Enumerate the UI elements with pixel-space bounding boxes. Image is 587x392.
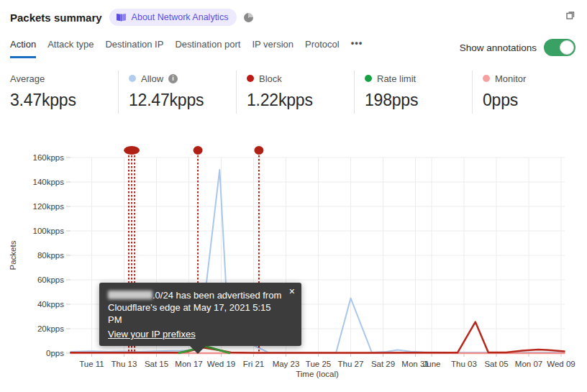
x-tick-label: Tue 25 xyxy=(306,360,331,368)
tab-destination-ip[interactable]: Destination IP xyxy=(105,39,163,58)
tab-attack-type[interactable]: Attack type xyxy=(47,39,94,58)
tooltip-text: .0/24 has been advertised from Cloudflar… xyxy=(108,289,283,326)
stat-average: Average 3.47kpps xyxy=(0,70,118,114)
y-tick-label: 160kpps xyxy=(33,153,65,162)
summary-stats-row: Average 3.47kpps Allow i 12.47kpps Block… xyxy=(0,70,587,114)
dimension-tabs: Action Attack type Destination IP Destin… xyxy=(10,37,363,58)
stat-label: Rate limit xyxy=(377,73,416,84)
stat-value: 3.47kpps xyxy=(10,91,118,110)
annotation-marker[interactable] xyxy=(254,146,263,155)
show-annotations-label: Show annotations xyxy=(460,42,537,53)
tab-ip-version[interactable]: IP version xyxy=(252,39,294,58)
stat-value: 0pps xyxy=(483,91,587,110)
stat-allow: Allow i 12.47kpps xyxy=(118,70,236,114)
stat-rate-limit: Rate limit 198pps xyxy=(354,70,472,114)
y-axis-title: Packets xyxy=(9,240,17,270)
x-tick-label: June xyxy=(423,360,441,368)
annotation-tooltip: × .0/24 has been advertised from Cloudfl… xyxy=(99,283,301,346)
y-tick-label: 60kpps xyxy=(37,275,64,284)
x-tick-label: Wed 09 xyxy=(547,360,575,368)
rate-limit-legend-dot xyxy=(365,75,372,82)
about-network-analytics-badge[interactable]: About Network Analytics xyxy=(109,9,237,26)
x-tick-label: Tue 11 xyxy=(79,360,104,368)
stat-value: 198pps xyxy=(365,91,472,110)
redacted-ip-prefix xyxy=(108,291,153,299)
expand-icon[interactable] xyxy=(564,9,577,22)
x-tick-label: Sat 15 xyxy=(145,360,168,368)
y-tick-label: 80kpps xyxy=(37,251,64,260)
show-annotations-toggle[interactable] xyxy=(544,39,575,56)
y-tick-label: 120kpps xyxy=(33,202,65,211)
pie-progress-icon xyxy=(244,13,253,22)
y-tick-label: 100kpps xyxy=(33,227,65,235)
annotation-marker[interactable] xyxy=(124,146,140,155)
y-tick-label: 0pps xyxy=(46,349,64,357)
x-tick-label: Mon 07 xyxy=(515,360,542,368)
monitor-legend-dot xyxy=(483,75,490,82)
x-tick-label: Sat 05 xyxy=(484,360,508,368)
more-tabs-icon[interactable]: ••• xyxy=(351,37,363,58)
x-tick-label: Thu 03 xyxy=(451,360,477,368)
stat-label: Allow xyxy=(141,73,163,84)
info-icon[interactable]: i xyxy=(168,74,178,83)
book-icon xyxy=(116,13,127,22)
y-tick-label: 20kpps xyxy=(37,324,64,333)
x-tick-label: May 23 xyxy=(273,360,300,368)
stat-value: 1.22kpps xyxy=(247,91,354,110)
allow-legend-dot xyxy=(129,75,136,82)
y-tick-label: 40kpps xyxy=(37,300,64,309)
close-icon[interactable]: × xyxy=(289,286,295,296)
stat-label: Monitor xyxy=(495,73,526,84)
x-tick-label: Sat 29 xyxy=(371,360,395,368)
page-title: Packets summary xyxy=(10,12,102,24)
x-tick-label: Thu 27 xyxy=(338,360,364,368)
block-legend-dot xyxy=(247,75,254,82)
packets-time-series-chart: Packets Time (local) 0pps20kpps40kpps60k… xyxy=(0,137,587,392)
x-tick-label: Wed 19 xyxy=(207,360,235,368)
stat-value: 12.47kpps xyxy=(129,91,236,110)
toggle-knob xyxy=(560,40,574,55)
x-tick-label: Mon 17 xyxy=(175,360,202,368)
tooltip-arrow xyxy=(189,345,206,354)
y-tick-label: 140kpps xyxy=(33,178,65,186)
stat-label: Block xyxy=(259,73,282,84)
x-tick-label: Fri 21 xyxy=(243,360,264,368)
tab-action[interactable]: Action xyxy=(10,39,36,58)
stat-label: Average xyxy=(10,73,45,84)
tab-destination-port[interactable]: Destination port xyxy=(175,39,240,58)
panel-header: Packets summary About Network Analytics xyxy=(10,7,253,27)
stat-block: Block 1.22kpps xyxy=(236,70,354,114)
tab-protocol[interactable]: Protocol xyxy=(305,39,340,58)
show-annotations-control: Show annotations xyxy=(460,39,575,56)
badge-label: About Network Analytics xyxy=(132,12,229,22)
ip-prefixes-link[interactable]: View your IP prefixes xyxy=(108,328,196,340)
x-tick-label: Thu 13 xyxy=(112,360,137,368)
annotation-marker[interactable] xyxy=(194,146,203,155)
stat-monitor: Monitor 0pps xyxy=(472,70,587,114)
x-axis-title: Time (local) xyxy=(296,370,339,378)
